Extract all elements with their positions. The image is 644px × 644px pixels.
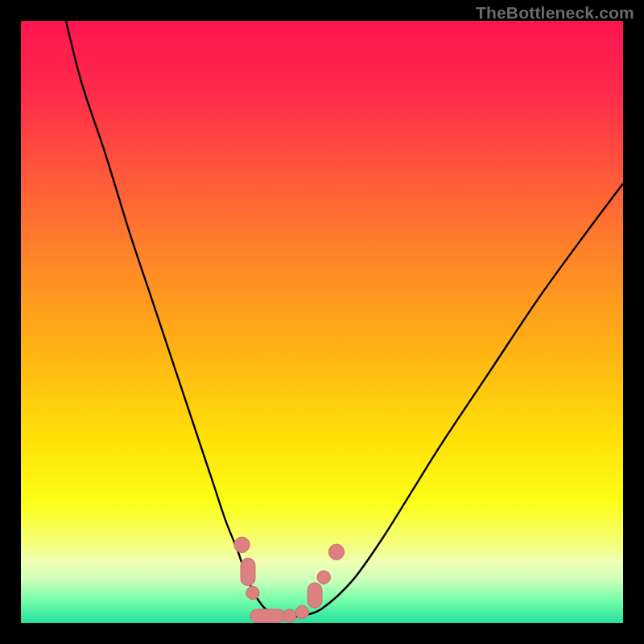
svg-rect-7 bbox=[308, 583, 322, 608]
plot-area bbox=[21, 21, 623, 623]
svg-point-9 bbox=[328, 544, 344, 559]
chart-frame: TheBottleneck.com bbox=[0, 0, 644, 644]
svg-point-8 bbox=[317, 571, 330, 584]
svg-point-1 bbox=[234, 537, 250, 552]
bottleneck-curve bbox=[21, 21, 623, 623]
svg-point-6 bbox=[295, 605, 308, 618]
svg-point-5 bbox=[283, 609, 295, 622]
svg-rect-2 bbox=[241, 558, 255, 585]
svg-point-3 bbox=[246, 586, 259, 599]
svg-rect-4 bbox=[250, 609, 285, 622]
watermark-text: TheBottleneck.com bbox=[476, 3, 634, 23]
